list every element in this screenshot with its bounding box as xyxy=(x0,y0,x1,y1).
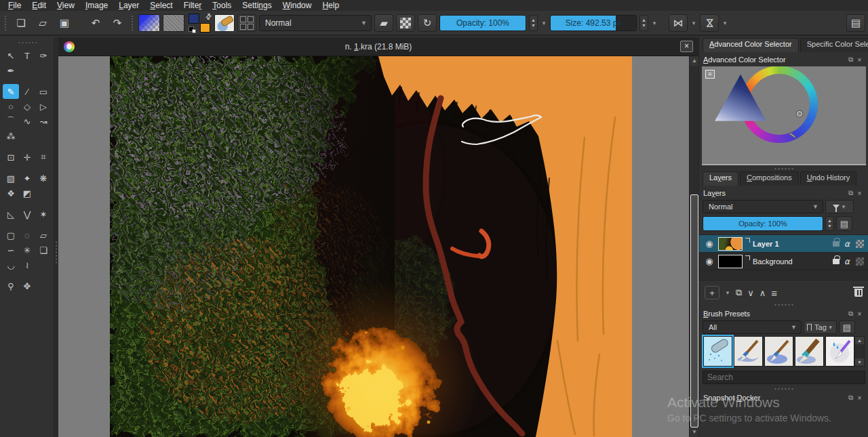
float-docker-icon[interactable]: ⧉ xyxy=(846,56,855,64)
blend-mode-dropdown[interactable]: Normal▼ xyxy=(259,15,372,31)
menu-file[interactable]: File xyxy=(3,0,26,11)
tool-smart-patch[interactable]: ❋ xyxy=(35,171,52,186)
brush-editor-icon[interactable]: ▤ xyxy=(846,14,865,32)
tool-dynamic-brush[interactable]: ↝ xyxy=(35,114,52,129)
foreground-background-colors[interactable]: ⇄ xyxy=(187,14,212,33)
tool-freehand-path[interactable]: ∿ xyxy=(19,114,35,129)
tool-select-shapes[interactable]: ↖ xyxy=(3,48,19,63)
menu-image[interactable]: Image xyxy=(80,0,113,11)
lock-icon[interactable] xyxy=(833,259,840,264)
layer-list-options-icon[interactable]: ▤ xyxy=(836,216,852,231)
tool-rect-select[interactable]: ▢ xyxy=(3,228,19,243)
opacity-spinner[interactable]: ▲▼ xyxy=(529,15,538,31)
preset-filter-dropdown[interactable]: All▼ xyxy=(703,320,802,334)
scroll-down-icon[interactable]: ▼ xyxy=(690,428,698,437)
foreground-color[interactable] xyxy=(189,14,199,24)
inherit-alpha-icon[interactable] xyxy=(856,240,864,248)
tool-reference-images[interactable]: ✶ xyxy=(35,207,52,222)
tool-polygon-select[interactable]: ▱ xyxy=(35,228,52,243)
scroll-down-icon[interactable]: ▼ xyxy=(855,358,864,366)
menu-filter[interactable]: Filter xyxy=(178,0,208,11)
move-layer-up-icon[interactable]: ∧ xyxy=(760,288,766,298)
mirror-vertical-icon[interactable]: ⋈ xyxy=(700,14,719,32)
close-docker-icon[interactable]: × xyxy=(855,310,864,318)
menu-layer[interactable]: Layer xyxy=(113,0,144,11)
brush-preset-airbrush[interactable] xyxy=(703,336,732,367)
canvas-vertical-scrollbar[interactable]: ▲ ▼ xyxy=(689,56,698,437)
brush-preset-watercolor-3[interactable] xyxy=(795,336,824,367)
new-document-icon[interactable]: ❏ xyxy=(12,14,31,32)
size-slider[interactable]: Size: 492.53 px xyxy=(550,15,637,31)
layer-opacity-spinner[interactable]: ▲▼ xyxy=(825,216,834,231)
float-docker-icon[interactable]: ⧉ xyxy=(846,189,855,197)
chevron-down-icon[interactable]: ▾ xyxy=(540,20,547,26)
tool-edit-shapes[interactable]: ✑ xyxy=(35,48,52,63)
add-layer-button[interactable]: + xyxy=(705,286,719,299)
tool-color-sampler[interactable]: ✦ xyxy=(19,171,35,186)
tool-multibrush[interactable]: ⁂ xyxy=(3,129,19,144)
docker-grip[interactable] xyxy=(774,304,794,306)
layer-thumbnail[interactable] xyxy=(718,255,743,268)
tool-gradient[interactable]: ▧ xyxy=(3,171,19,186)
inherit-alpha-icon[interactable] xyxy=(856,257,864,266)
tool-measure[interactable]: ◺ xyxy=(3,207,19,222)
duplicate-layer-icon[interactable]: ⧉ xyxy=(736,287,742,298)
menu-view[interactable]: View xyxy=(52,0,80,11)
tool-move[interactable]: ✛ xyxy=(19,150,35,165)
tab-undo-history[interactable]: Undo History xyxy=(800,171,857,186)
tag-button[interactable]: Tag ▼ xyxy=(804,320,837,334)
tool-similar-color-select[interactable]: ✳ xyxy=(19,243,35,257)
preset-scrollbar[interactable]: ▲ ▼ xyxy=(854,336,865,367)
layer-opacity-slider[interactable]: Opacity: 100% xyxy=(703,216,823,231)
background-color[interactable] xyxy=(200,23,210,33)
alpha-lock-icon[interactable]: α xyxy=(842,257,852,266)
scroll-up-icon[interactable]: ▲ xyxy=(690,56,698,66)
close-docker-icon[interactable]: × xyxy=(855,394,864,402)
menu-window[interactable]: Window xyxy=(277,0,317,11)
tool-ellipse[interactable]: ○ xyxy=(3,99,19,114)
tool-bezier-select[interactable]: ◡ xyxy=(3,257,19,272)
toolbox-grip[interactable] xyxy=(18,41,37,44)
layer-properties-icon[interactable]: ≡ xyxy=(771,287,777,299)
toolbar-grip[interactable] xyxy=(131,15,134,31)
scrollbar-thumb[interactable] xyxy=(690,194,698,428)
preset-display-icon[interactable]: ▤ xyxy=(839,320,855,334)
gradient-selector[interactable] xyxy=(138,14,160,32)
close-icon[interactable]: × xyxy=(680,41,693,52)
lock-icon[interactable] xyxy=(833,241,840,247)
layer-name[interactable]: Background xyxy=(753,257,829,266)
layer-thumbnail[interactable] xyxy=(718,237,743,251)
chevron-down-icon[interactable]: ▾ xyxy=(690,20,697,26)
tool-text[interactable]: T xyxy=(19,48,35,63)
redo-icon[interactable]: ↷ xyxy=(108,14,127,32)
default-white-swatch[interactable] xyxy=(192,29,196,33)
brush-preset-water-wash[interactable] xyxy=(825,336,854,367)
tool-zoom[interactable]: ⚲ xyxy=(3,278,19,293)
workspace-chooser-icon[interactable] xyxy=(237,14,256,32)
undo-icon[interactable]: ↶ xyxy=(86,14,105,32)
chevron-down-icon[interactable]: ▼ xyxy=(725,290,730,296)
tool-pan[interactable]: ✥ xyxy=(19,278,35,293)
pattern-selector[interactable] xyxy=(163,14,184,32)
tool-crop[interactable]: ⌗ xyxy=(35,150,52,165)
tool-polygon[interactable]: ◇ xyxy=(19,99,35,114)
save-document-icon[interactable]: ▣ xyxy=(55,14,74,32)
float-docker-icon[interactable]: ⧉ xyxy=(846,310,855,318)
layer-blend-mode-dropdown[interactable]: Normal▼ xyxy=(703,200,823,213)
tab-specific-color-selector[interactable]: Specific Color Selector xyxy=(800,38,868,52)
size-spinner[interactable]: ▲▼ xyxy=(639,15,648,31)
tool-calligraphy[interactable]: ✒ xyxy=(3,63,19,78)
tab-compositions[interactable]: Compositions xyxy=(740,171,799,186)
tool-polyline[interactable]: ▷ xyxy=(35,99,52,114)
docker-grip[interactable] xyxy=(774,388,794,390)
tool-bezier-curve[interactable]: ⌒ xyxy=(3,114,19,129)
chevron-down-icon[interactable]: ▾ xyxy=(722,20,728,26)
tool-colorize-mask[interactable]: ❖ xyxy=(3,186,19,201)
float-docker-icon[interactable]: ⧉ xyxy=(846,394,855,402)
tool-freehand-brush[interactable]: ✎ xyxy=(3,84,19,99)
canvas-area[interactable]: ▲ ▼ xyxy=(58,56,698,437)
opacity-slider[interactable]: Opacity: 100% xyxy=(439,15,526,31)
visibility-eye-icon[interactable]: ◉ xyxy=(703,256,715,266)
eraser-mode-icon[interactable]: ▰ xyxy=(374,14,393,32)
close-docker-icon[interactable]: × xyxy=(855,56,864,64)
